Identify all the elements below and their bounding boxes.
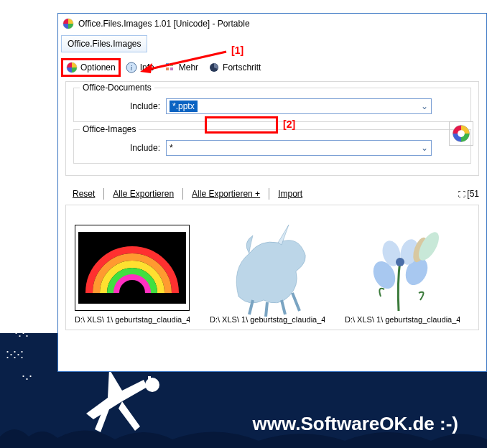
chevron-down-icon: ⌄ [418, 99, 431, 113]
reset-link[interactable]: Reset [65, 187, 102, 200]
svg-rect-2 [148, 376, 151, 382]
office-documents-group: Office-Documents Include: *.pptx ⌄ [73, 88, 471, 122]
thumbnail-list[interactable]: D:\ XLS\ 1\ geburtstag_claudia_43.xlsx D… [65, 205, 479, 330]
app-icon [62, 18, 74, 29]
action-bar: Reset Alle Exportieren Alle Exportieren … [65, 187, 479, 200]
svg-line-28 [147, 52, 226, 70]
divider [103, 188, 104, 200]
thumbnail-unicorn [210, 225, 325, 311]
svg-marker-29 [140, 63, 152, 73]
menubar: Office.Files.Images [58, 34, 486, 54]
annotation-1: [1] [231, 45, 244, 56]
svg-point-13 [458, 130, 465, 137]
thumbnail-caption: D:\ XLS\ 1\ geburtstag_claudia_43.xlsx [75, 315, 190, 324]
combo-value: *.pptx [170, 101, 198, 112]
options-panel: Office-Documents Include: *.pptx ⌄ Offic… [65, 81, 479, 176]
divider [182, 188, 183, 200]
menu-office-files-images[interactable]: Office.Files.Images [61, 35, 147, 52]
export-all-link[interactable]: Alle Exportieren [106, 187, 181, 200]
svg-rect-20 [78, 293, 186, 304]
app-window: Office.Files.Images 1.01 [Unicode] - Por… [57, 13, 487, 372]
group-legend: Office-Documents [80, 83, 154, 93]
tab-label: Optionen [80, 62, 116, 73]
list-item[interactable]: D:\ XLS\ 1\ geburtstag_claudia_43.xlsx [342, 225, 463, 324]
item-counter: ⛶ [51 [458, 189, 479, 199]
splash-decor: :·:·: [6, 347, 24, 362]
thumbnail-caption: D:\ XLS\ 1\ geburtstag_claudia_43.xlsx [345, 315, 460, 324]
divider [269, 188, 269, 200]
list-item[interactable]: D:\ XLS\ 1\ geburtstag_claudia_43.xlsx [207, 225, 328, 324]
images-include-combo[interactable]: * ⌄ [166, 140, 432, 156]
thumbnail-fairy-flower [345, 225, 460, 311]
documents-include-combo[interactable]: *.pptx ⌄ [166, 98, 432, 114]
annotation-arrow-1 [136, 45, 230, 73]
tab-optionen[interactable]: Optionen [61, 58, 121, 77]
group-legend: Office-Images [80, 124, 139, 134]
list-item[interactable]: D:\ XLS\ 1\ geburtstag_claudia_43.xlsx [72, 225, 193, 324]
titlebar: Office.Files.Images 1.01 [Unicode] - Por… [58, 14, 486, 34]
chevron-down-icon: ⌄ [418, 141, 431, 155]
splash-decor: ·.· [22, 368, 32, 383]
tab-bar: Optionen i Info Mehr Fortschrit [61, 58, 483, 77]
annotation-2: [2] [283, 118, 295, 130]
expand-icon: ⛶ [458, 190, 468, 198]
export-all-plus-link[interactable]: Alle Exportieren + [185, 187, 267, 200]
refresh-button[interactable] [449, 121, 473, 146]
import-link[interactable]: Import [271, 187, 310, 200]
svg-text:i: i [130, 64, 132, 72]
thumbnail-caption: D:\ XLS\ 1\ geburtstag_claudia_43.xlsx [210, 315, 325, 324]
window-title: Office.Files.Images 1.01 [Unicode] - Por… [78, 19, 250, 29]
footer-site-text: www.SoftwareOK.de :-) [253, 413, 459, 435]
include-label: Include: [81, 101, 160, 111]
office-images-group: Office-Images Include: * ⌄ [73, 129, 471, 164]
app-icon [66, 62, 78, 73]
thumbnail-rainbow [75, 225, 190, 311]
svg-point-1 [145, 378, 159, 392]
splash-decor: ·:·. [14, 325, 29, 340]
info-icon: i [126, 62, 137, 73]
svg-point-25 [396, 258, 404, 266]
combo-value: * [170, 143, 173, 153]
include-label: Include: [81, 143, 160, 153]
